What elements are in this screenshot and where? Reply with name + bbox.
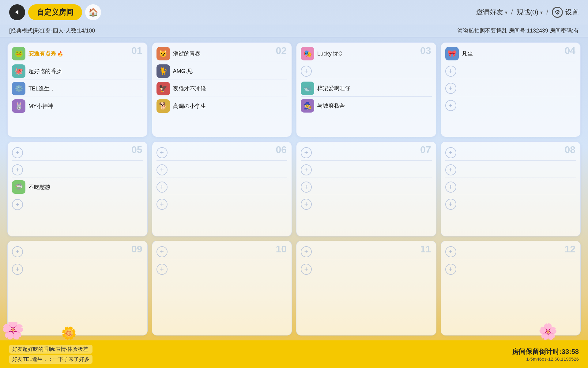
room-title-button[interactable]: 自定义房间 [28, 4, 82, 20]
team-slot-12: 12++ [441, 241, 581, 335]
header-right: 邀请好友 ▾ / 观战(0) ▾ / ⚙ 设置 [476, 7, 579, 18]
player-name-3-3: 梓柒爱喝旺仔 [317, 85, 350, 92]
empty-slot-4-4: + [445, 98, 576, 113]
empty-slot-12-1: + [445, 244, 576, 260]
player-row-2-3: 🦅夜猫才不冲锋 [156, 81, 288, 97]
player-name-1-3: TEL逢生． [28, 85, 55, 92]
separator-1: / [511, 8, 513, 16]
avatar-1-1: 🐸 [12, 47, 25, 60]
avatar-2-4: 🐕 [156, 99, 170, 113]
empty-slot-3-2: + [301, 63, 432, 79]
empty-slot-6-2: + [156, 162, 288, 178]
add-player-button-11-1[interactable]: + [301, 246, 312, 257]
empty-slot-8-4: + [445, 196, 576, 212]
team-slot-2: 02😺消逝的青春🐈AMG.见🦅夜猫才不冲锋🐕高调の小学生 [152, 42, 292, 137]
player-name-2-4: 高调の小学生 [173, 102, 206, 110]
add-player-button-11-2[interactable]: + [301, 264, 312, 275]
empty-slot-12-2: + [445, 261, 576, 277]
avatar-3-3: 🐋 [301, 82, 314, 95]
player-name-3-1: Lucky.忧C [317, 50, 342, 57]
add-player-button-8-3[interactable]: + [445, 182, 456, 193]
separator-2: / [546, 8, 548, 16]
add-player-button-5-2[interactable]: + [12, 164, 23, 175]
team-slot-7: 07++++ [296, 141, 436, 236]
settings-button[interactable]: ⚙ 设置 [552, 7, 579, 18]
team-num-7: 07 [420, 144, 431, 155]
add-player-button-5-4[interactable]: + [12, 199, 23, 210]
add-player-button-8-4[interactable]: + [445, 199, 456, 210]
empty-slot-8-3: + [445, 179, 576, 195]
avatar-1-3: ⚙️ [12, 82, 25, 95]
chat-message-1: 好友超好吃的香肠:表情-体验极差 [9, 345, 92, 354]
add-player-button-6-3[interactable]: + [156, 182, 168, 193]
add-player-button-7-1[interactable]: + [301, 147, 312, 158]
team-num-10: 10 [276, 243, 287, 255]
empty-slot-9-1: + [12, 244, 143, 260]
player-name-2-3: 夜猫才不冲锋 [173, 85, 206, 92]
team-num-11: 11 [420, 243, 431, 255]
add-player-button-8-1[interactable]: + [445, 147, 456, 158]
invite-friends-button[interactable]: 邀请好友 ▾ [476, 8, 507, 17]
avatar-2-1: 😺 [156, 47, 170, 60]
player-row-1-1: 🐸安逸有点秀 🔥 [12, 46, 143, 62]
add-player-button-7-4[interactable]: + [301, 199, 312, 210]
player-name-1-4: MY小神神 [28, 102, 53, 110]
team-num-9: 09 [131, 243, 142, 255]
add-player-button-8-2[interactable]: + [445, 164, 456, 175]
spectate-button[interactable]: 观战(0) ▾ [517, 8, 543, 17]
empty-slot-5-1: + [12, 145, 143, 161]
add-player-button-9-1[interactable]: + [12, 246, 23, 257]
add-player-button-10-2[interactable]: + [156, 264, 168, 275]
add-player-button-10-1[interactable]: + [156, 246, 168, 257]
add-player-button-7-2[interactable]: + [301, 164, 312, 175]
add-player-button-7-3[interactable]: + [301, 182, 312, 193]
home-button[interactable]: 🏠 [85, 4, 101, 20]
empty-slot-7-1: + [301, 145, 432, 161]
team-num-3: 03 [420, 45, 431, 56]
add-player-button-12-2[interactable]: + [445, 264, 456, 275]
room-detail-info: 海盗船拍照不要捣乱 房间号:1132439 房间密码:有 [458, 27, 579, 34]
empty-slot-8-1: + [445, 145, 576, 161]
add-player-button-6-4[interactable]: + [156, 199, 168, 210]
room-mode-info: [经典模式]彩虹岛-四人-人数:14/100 [9, 27, 95, 34]
chat-messages: 好友超好吃的香肠:表情-体验极差好友TEL逢生．：一下子来了好多 [9, 345, 92, 364]
add-player-button-12-1[interactable]: + [445, 246, 456, 257]
empty-slot-11-2: + [301, 261, 432, 277]
player-name-3-4: 与城府私奔 [317, 102, 345, 109]
add-player-button-4-2[interactable]: + [445, 66, 456, 77]
empty-slot-9-2: + [12, 261, 143, 277]
add-player-button-4-4[interactable]: + [445, 100, 456, 111]
add-player-button-5-1[interactable]: + [12, 147, 23, 158]
empty-slot-4-2: + [445, 63, 576, 79]
avatar-1-4: 🐰 [12, 99, 25, 113]
player-name-1-1: 安逸有点秀 🔥 [28, 50, 63, 57]
add-player-button-6-1[interactable]: + [156, 147, 168, 158]
add-player-button-3-2[interactable]: + [301, 66, 312, 77]
team-slot-1: 01🐸安逸有点秀 🔥🐙超好吃的香肠⚙️TEL逢生．🐰MY小神神 [7, 42, 148, 137]
player-row-3-3: 🐋梓柒爱喝旺仔 [301, 80, 432, 97]
team-slot-3: 03🎭Lucky.忧C+🐋梓柒爱喝旺仔🧙与城府私奔 [296, 42, 436, 137]
header: 自定义房间 🏠 邀请好友 ▾ / 观战(0) ▾ / ⚙ 设置 [0, 0, 588, 25]
add-player-button-4-3[interactable]: + [445, 83, 456, 94]
invite-chevron-icon: ▾ [505, 10, 507, 15]
player-row-3-4: 🧙与城府私奔 [301, 98, 432, 114]
empty-slot-5-4: + [12, 197, 143, 213]
info-bar: [经典模式]彩虹岛-四人-人数:14/100 海盗船拍照不要捣乱 房间号:113… [0, 25, 588, 37]
home-icon: 🏠 [88, 8, 98, 17]
empty-slot-7-2: + [301, 162, 432, 178]
team-slot-10: 10++ [152, 241, 292, 335]
player-name-2-2: AMG.见 [173, 67, 193, 75]
avatar-3-4: 🧙 [301, 99, 314, 113]
player-name-4-1: 凡尘 [462, 50, 473, 57]
empty-slot-6-4: + [156, 196, 288, 212]
add-player-button-6-2[interactable]: + [156, 164, 168, 175]
add-player-button-9-2[interactable]: + [12, 264, 23, 275]
empty-slot-10-2: + [156, 261, 288, 277]
back-button[interactable] [9, 4, 25, 20]
team-num-1: 01 [131, 45, 142, 56]
empty-slot-6-3: + [156, 179, 288, 195]
player-row-1-3: ⚙️TEL逢生． [12, 81, 143, 97]
team-num-12: 12 [564, 243, 575, 255]
player-row-4-1: 🎀凡尘 [445, 46, 576, 62]
empty-slot-7-3: + [301, 179, 432, 195]
